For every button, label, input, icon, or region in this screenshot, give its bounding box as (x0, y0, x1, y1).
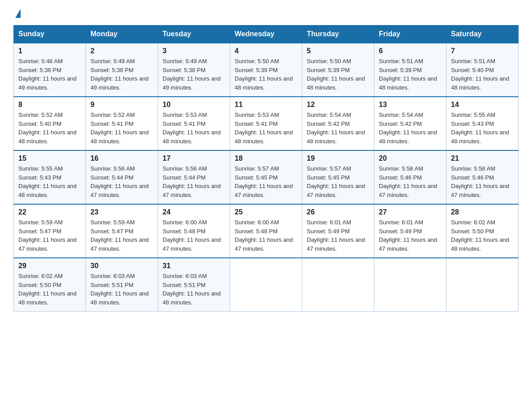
day-info: Sunrise: 5:59 AMSunset: 5:47 PMDaylight:… (90, 218, 153, 253)
calendar-cell: 13Sunrise: 5:54 AMSunset: 5:42 PMDayligh… (374, 97, 446, 150)
day-info: Sunrise: 5:48 AMSunset: 5:38 PMDaylight:… (18, 57, 81, 92)
col-header-monday: Monday (86, 26, 158, 43)
day-number: 15 (18, 154, 81, 163)
day-info: Sunrise: 5:53 AMSunset: 5:41 PMDaylight:… (163, 111, 225, 146)
logo (13, 9, 21, 17)
day-number: 3 (163, 47, 225, 55)
day-info: Sunrise: 5:56 AMSunset: 5:44 PMDaylight:… (163, 164, 225, 199)
day-info: Sunrise: 5:49 AMSunset: 5:38 PMDaylight:… (163, 57, 225, 92)
day-number: 13 (379, 101, 442, 109)
calendar-cell: 6Sunrise: 5:51 AMSunset: 5:39 PMDaylight… (374, 43, 446, 97)
week-row-3: 15Sunrise: 5:55 AMSunset: 5:43 PMDayligh… (14, 150, 519, 204)
col-header-thursday: Thursday (302, 26, 374, 43)
day-number: 24 (163, 208, 225, 216)
calendar-cell: 24Sunrise: 6:00 AMSunset: 5:48 PMDayligh… (158, 204, 230, 258)
day-info: Sunrise: 5:50 AMSunset: 5:39 PMDaylight:… (235, 57, 297, 92)
day-number: 27 (379, 208, 442, 216)
calendar-cell: 29Sunrise: 6:02 AMSunset: 5:50 PMDayligh… (14, 258, 86, 312)
calendar-cell: 28Sunrise: 6:02 AMSunset: 5:50 PMDayligh… (446, 204, 519, 258)
day-info: Sunrise: 5:51 AMSunset: 5:40 PMDaylight:… (451, 57, 514, 92)
day-number: 18 (235, 154, 297, 163)
day-number: 25 (235, 208, 297, 216)
col-header-tuesday: Tuesday (158, 26, 230, 43)
day-info: Sunrise: 6:02 AMSunset: 5:50 PMDaylight:… (451, 218, 514, 253)
calendar-cell: 19Sunrise: 5:57 AMSunset: 5:45 PMDayligh… (302, 150, 374, 204)
day-info: Sunrise: 5:58 AMSunset: 5:46 PMDaylight:… (451, 164, 514, 199)
day-info: Sunrise: 6:03 AMSunset: 5:51 PMDaylight:… (90, 272, 153, 307)
day-info: Sunrise: 5:57 AMSunset: 5:45 PMDaylight:… (307, 164, 369, 199)
week-row-4: 22Sunrise: 5:59 AMSunset: 5:47 PMDayligh… (14, 204, 519, 258)
calendar-cell: 27Sunrise: 6:01 AMSunset: 5:49 PMDayligh… (374, 204, 446, 258)
day-number: 20 (379, 154, 442, 163)
calendar-cell: 14Sunrise: 5:55 AMSunset: 5:43 PMDayligh… (446, 97, 519, 150)
day-number: 6 (379, 47, 442, 55)
day-info: Sunrise: 5:54 AMSunset: 5:42 PMDaylight:… (307, 111, 369, 146)
calendar-header-row: SundayMondayTuesdayWednesdayThursdayFrid… (14, 26, 519, 43)
day-number: 2 (90, 47, 153, 55)
calendar-cell: 2Sunrise: 5:49 AMSunset: 5:38 PMDaylight… (86, 43, 158, 97)
day-number: 10 (163, 101, 225, 109)
calendar-cell: 25Sunrise: 6:00 AMSunset: 5:48 PMDayligh… (230, 204, 302, 258)
week-row-2: 8Sunrise: 5:52 AMSunset: 5:40 PMDaylight… (14, 97, 519, 150)
day-info: Sunrise: 5:53 AMSunset: 5:41 PMDaylight:… (235, 111, 297, 146)
day-info: Sunrise: 5:57 AMSunset: 5:45 PMDaylight:… (235, 164, 297, 199)
logo-general-text (13, 9, 21, 19)
logo-triangle-icon (15, 9, 21, 18)
day-info: Sunrise: 5:50 AMSunset: 5:39 PMDaylight:… (307, 57, 369, 92)
calendar-cell: 30Sunrise: 6:03 AMSunset: 5:51 PMDayligh… (86, 258, 158, 312)
day-number: 9 (90, 101, 153, 109)
calendar-cell: 11Sunrise: 5:53 AMSunset: 5:41 PMDayligh… (230, 97, 302, 150)
calendar-cell: 15Sunrise: 5:55 AMSunset: 5:43 PMDayligh… (14, 150, 86, 204)
calendar-cell: 10Sunrise: 5:53 AMSunset: 5:41 PMDayligh… (158, 97, 230, 150)
calendar-cell: 17Sunrise: 5:56 AMSunset: 5:44 PMDayligh… (158, 150, 230, 204)
day-info: Sunrise: 5:49 AMSunset: 5:38 PMDaylight:… (90, 57, 153, 92)
col-header-wednesday: Wednesday (230, 26, 302, 43)
page-header (13, 9, 519, 17)
calendar-cell: 7Sunrise: 5:51 AMSunset: 5:40 PMDaylight… (446, 43, 519, 97)
day-info: Sunrise: 5:52 AMSunset: 5:41 PMDaylight:… (90, 111, 153, 146)
day-number: 1 (18, 47, 81, 55)
col-header-saturday: Saturday (446, 26, 519, 43)
calendar-cell: 9Sunrise: 5:52 AMSunset: 5:41 PMDaylight… (86, 97, 158, 150)
col-header-friday: Friday (374, 26, 446, 43)
day-info: Sunrise: 5:54 AMSunset: 5:42 PMDaylight:… (379, 111, 442, 146)
col-header-sunday: Sunday (14, 26, 86, 43)
day-number: 5 (307, 47, 369, 55)
day-number: 21 (451, 154, 514, 163)
calendar-cell: 1Sunrise: 5:48 AMSunset: 5:38 PMDaylight… (14, 43, 86, 97)
day-info: Sunrise: 6:01 AMSunset: 5:49 PMDaylight:… (379, 218, 442, 253)
day-number: 19 (307, 154, 369, 163)
day-info: Sunrise: 5:56 AMSunset: 5:44 PMDaylight:… (90, 164, 153, 199)
calendar-cell: 22Sunrise: 5:59 AMSunset: 5:47 PMDayligh… (14, 204, 86, 258)
week-row-1: 1Sunrise: 5:48 AMSunset: 5:38 PMDaylight… (14, 43, 519, 97)
calendar-cell: 31Sunrise: 6:03 AMSunset: 5:51 PMDayligh… (158, 258, 230, 312)
day-info: Sunrise: 5:52 AMSunset: 5:40 PMDaylight:… (18, 111, 81, 146)
day-info: Sunrise: 6:03 AMSunset: 5:51 PMDaylight:… (163, 272, 225, 307)
calendar-cell: 16Sunrise: 5:56 AMSunset: 5:44 PMDayligh… (86, 150, 158, 204)
calendar-table: SundayMondayTuesdayWednesdayThursdayFrid… (13, 25, 519, 312)
calendar-cell (230, 258, 302, 312)
day-number: 29 (18, 262, 81, 270)
calendar-cell: 26Sunrise: 6:01 AMSunset: 5:49 PMDayligh… (302, 204, 374, 258)
day-info: Sunrise: 5:55 AMSunset: 5:43 PMDaylight:… (18, 164, 81, 199)
calendar-cell: 8Sunrise: 5:52 AMSunset: 5:40 PMDaylight… (14, 97, 86, 150)
day-number: 11 (235, 101, 297, 109)
calendar-cell: 3Sunrise: 5:49 AMSunset: 5:38 PMDaylight… (158, 43, 230, 97)
calendar-cell: 21Sunrise: 5:58 AMSunset: 5:46 PMDayligh… (446, 150, 519, 204)
day-number: 26 (307, 208, 369, 216)
calendar-cell: 20Sunrise: 5:58 AMSunset: 5:46 PMDayligh… (374, 150, 446, 204)
day-number: 28 (451, 208, 514, 216)
day-info: Sunrise: 5:59 AMSunset: 5:47 PMDaylight:… (18, 218, 81, 253)
calendar-cell: 5Sunrise: 5:50 AMSunset: 5:39 PMDaylight… (302, 43, 374, 97)
day-number: 14 (451, 101, 514, 109)
day-info: Sunrise: 5:55 AMSunset: 5:43 PMDaylight:… (451, 111, 514, 146)
day-info: Sunrise: 6:00 AMSunset: 5:48 PMDaylight:… (163, 218, 225, 253)
calendar-cell: 23Sunrise: 5:59 AMSunset: 5:47 PMDayligh… (86, 204, 158, 258)
day-number: 17 (163, 154, 225, 163)
day-number: 12 (307, 101, 369, 109)
calendar-cell (374, 258, 446, 312)
day-number: 30 (90, 262, 153, 270)
day-info: Sunrise: 6:00 AMSunset: 5:48 PMDaylight:… (235, 218, 297, 253)
day-info: Sunrise: 5:58 AMSunset: 5:46 PMDaylight:… (379, 164, 442, 199)
week-row-5: 29Sunrise: 6:02 AMSunset: 5:50 PMDayligh… (14, 258, 519, 312)
